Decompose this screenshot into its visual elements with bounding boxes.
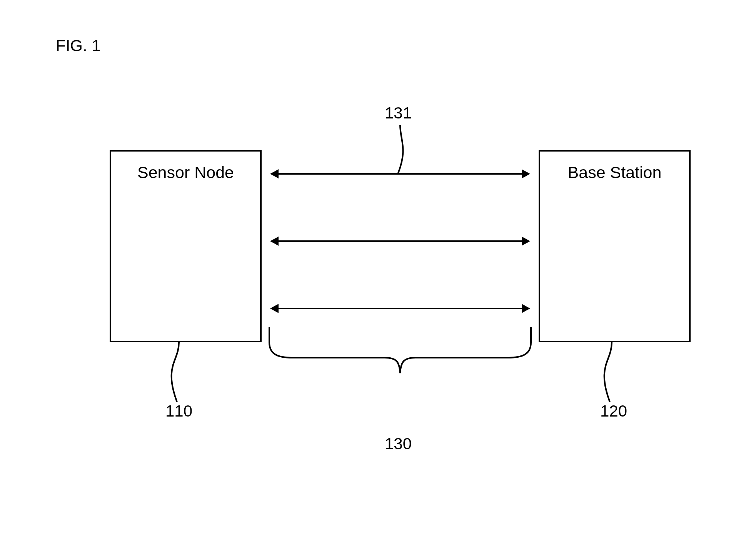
sensor-node-label: Sensor Node — [111, 163, 260, 182]
figure-caption: FIG. 1 — [56, 37, 101, 55]
ref-label-130: 130 — [385, 435, 412, 453]
ref-label-120: 120 — [600, 402, 627, 420]
brace-130 — [269, 327, 531, 412]
leader-131 — [398, 125, 414, 175]
bidirectional-arrow-3 — [277, 308, 523, 309]
base-station-box: Base Station — [539, 150, 691, 342]
leader-120 — [600, 342, 623, 404]
sensor-node-box: Sensor Node — [110, 150, 262, 342]
ref-label-110: 110 — [165, 402, 192, 420]
bidirectional-arrow-2 — [277, 240, 523, 242]
ref-label-131: 131 — [385, 104, 412, 122]
base-station-label: Base Station — [540, 163, 689, 182]
leader-110 — [165, 342, 189, 404]
